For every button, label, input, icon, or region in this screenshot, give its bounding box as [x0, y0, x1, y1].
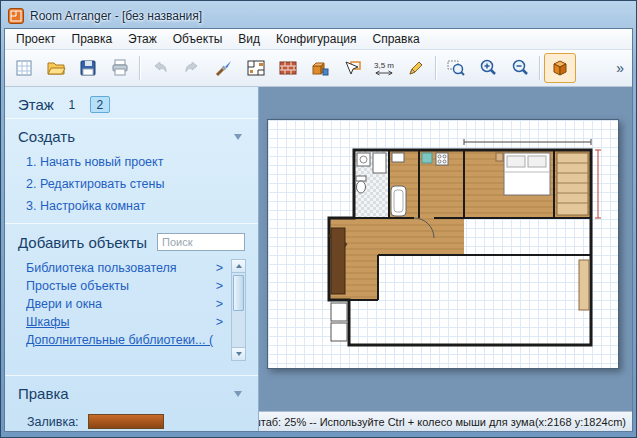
create-section-header: Создать	[5, 118, 258, 149]
fill-swatch[interactable]	[88, 414, 164, 429]
scroll-up-button[interactable]	[232, 260, 245, 273]
floor-label: Этаж	[18, 96, 54, 113]
library-item[interactable]: Двери и окна >	[26, 295, 229, 313]
view-3d-button[interactable]	[544, 53, 576, 83]
library-item[interactable]: Простые объекты >	[26, 277, 229, 295]
zoom-window-icon	[446, 58, 466, 78]
menu-item[interactable]: Этаж	[120, 30, 165, 48]
create-action-link[interactable]: 1. Начать новый проект	[5, 151, 258, 173]
redo-icon	[182, 58, 202, 78]
cursor-coordinates: (x:2168 y:1824cm)	[535, 416, 626, 428]
edit-title: Правка	[18, 385, 69, 402]
library-item[interactable]: Шкафы >	[26, 313, 229, 331]
create-action-link[interactable]: 3. Настройка комнат	[5, 195, 258, 217]
scroll-down-button[interactable]	[232, 347, 245, 360]
print-icon	[110, 58, 130, 78]
paint-brush-icon	[214, 58, 234, 78]
dimension-tool-button[interactable]: 3,5 m	[368, 53, 400, 83]
save-button[interactable]	[72, 53, 104, 83]
toolbar-separator	[139, 56, 141, 80]
library-item[interactable]: Библиотека пользователя >	[26, 259, 229, 277]
create-list: 1. Начать новый проект2. Редактировать с…	[5, 149, 258, 223]
pen-icon	[406, 58, 426, 78]
menubar: ПроектПравкаЭтажОбъектыВидКонфигурацияСп…	[5, 29, 632, 50]
floor-tab-2[interactable]: 2	[90, 96, 110, 113]
zoom-window-button[interactable]	[440, 53, 472, 83]
window-title: Room Arranger - [без названия]	[30, 9, 202, 23]
undo-button[interactable]	[144, 53, 176, 83]
open-folder-icon	[46, 58, 66, 78]
create-title: Создать	[18, 128, 75, 145]
toolbar-separator	[435, 56, 437, 80]
statusbar: Масштаб: 25% -- Используйте Ctrl + колес…	[259, 411, 632, 431]
collapse-arrow-icon[interactable]	[234, 134, 242, 140]
menu-item[interactable]: Проект	[8, 30, 64, 48]
draw-pen-button[interactable]	[400, 53, 432, 83]
save-icon	[78, 58, 98, 78]
chevron-right-icon: >	[216, 279, 223, 293]
floor-plan-sheet[interactable]	[267, 119, 619, 369]
object-library-list: Библиотека пользователя > Простые объект…	[26, 259, 246, 361]
menu-item[interactable]: Вид	[230, 30, 268, 48]
menu-item[interactable]: Объекты	[165, 30, 231, 48]
app-logo-icon	[8, 8, 24, 24]
toolbar-overflow-button[interactable]: »	[611, 60, 629, 76]
chevron-right-icon: >	[216, 261, 223, 275]
zoom-out-button[interactable]	[504, 53, 536, 83]
floor-plan-wizard-button[interactable]	[240, 53, 272, 83]
new-plan-button[interactable]	[8, 53, 40, 83]
menu-item[interactable]: Справка	[365, 30, 428, 48]
redo-button[interactable]	[176, 53, 208, 83]
brick-wall-icon	[278, 58, 298, 78]
open-project-button[interactable]	[40, 53, 72, 83]
arrow-up-icon	[236, 264, 242, 268]
room-arranger-window: Room Arranger - [без названия] ПроектПра…	[0, 0, 637, 438]
fill-row: Заливка:	[5, 406, 258, 429]
cube-3d-icon	[550, 58, 570, 78]
arrow-down-icon	[236, 352, 242, 356]
zoom-out-icon	[510, 58, 530, 78]
status-zoom-hint: Масштаб: 25% -- Используйте Ctrl + колес…	[259, 416, 535, 428]
add-objects-title: Добавить объекты	[18, 234, 147, 251]
select-objects-button[interactable]	[336, 53, 368, 83]
zoom-in-button[interactable]	[472, 53, 504, 83]
measure-label: 3,5 m	[374, 61, 394, 70]
new-plan-icon	[14, 58, 34, 78]
walls-button[interactable]	[272, 53, 304, 83]
floor-plan-drawing	[268, 120, 620, 370]
menu-item[interactable]: Правка	[64, 30, 121, 48]
objects-button[interactable]	[304, 53, 336, 83]
drawing-canvas[interactable]	[259, 87, 632, 411]
edit-section-header: Правка	[5, 375, 258, 406]
zoom-in-icon	[478, 58, 498, 78]
library-item[interactable]: Дополнительные библиотеки... (	[26, 331, 229, 349]
menu-item[interactable]: Конфигурация	[268, 30, 365, 48]
cursor-select-icon	[342, 58, 362, 78]
floor-tab-1[interactable]: 1	[62, 96, 82, 113]
chevron-right-icon: >	[216, 297, 223, 311]
paint-button[interactable]	[208, 53, 240, 83]
create-action-link[interactable]: 2. Редактировать стены	[5, 173, 258, 195]
floor-selector: Этаж 1 2	[5, 87, 258, 118]
titlebar[interactable]: Room Arranger - [без названия]	[4, 4, 633, 28]
collapse-arrow-icon[interactable]	[234, 391, 242, 397]
chevron-right-icon: >	[216, 315, 223, 329]
scroll-thumb[interactable]	[233, 275, 244, 311]
toolbar: 3,5 m »	[5, 50, 632, 87]
search-input[interactable]	[157, 233, 245, 251]
list-scrollbar[interactable]	[231, 259, 246, 361]
add-objects-header: Добавить объекты	[5, 223, 258, 257]
toolbar-separator	[539, 56, 541, 80]
objects-3d-icon	[310, 58, 330, 78]
fill-label: Заливка:	[27, 415, 79, 429]
measure-arrow-icon	[375, 70, 393, 76]
floor-plan-icon	[246, 58, 266, 78]
undo-icon	[150, 58, 170, 78]
print-button[interactable]	[104, 53, 136, 83]
sidebar: Этаж 1 2 Создать 1. Начать новый проект2…	[5, 87, 259, 431]
